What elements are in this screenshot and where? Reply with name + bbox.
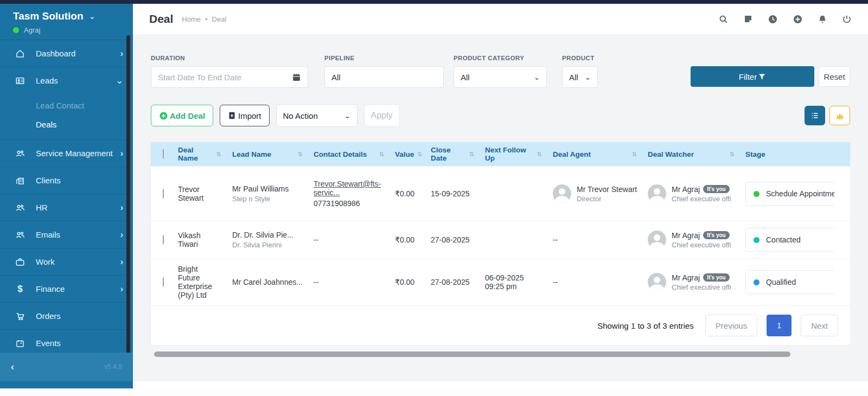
sidebar-item-finance[interactable]: $ Finance ›: [0, 276, 133, 303]
clock-icon[interactable]: [768, 14, 778, 24]
sidebar-item-label: Events: [36, 338, 123, 348]
sidebar-subitem-lead-contact[interactable]: Lead Contact: [36, 96, 133, 115]
column-deal-agent[interactable]: Deal Agent⇅: [547, 150, 642, 158]
product-value: All: [569, 73, 578, 82]
page-1-button[interactable]: 1: [767, 315, 792, 336]
deals-table: Deal Name⇅ Lead Name⇅ Contact Details⇅ V…: [151, 142, 850, 345]
chevron-down-icon: ⌄: [534, 73, 540, 81]
sidebar-item-service-management[interactable]: Service Management ›: [0, 140, 133, 167]
product-category-select[interactable]: All ⌄: [454, 66, 547, 88]
sidebar-item-emails[interactable]: Emails ›: [0, 221, 133, 248]
contact-details-cell: --: [308, 230, 390, 250]
chart-view-toggle[interactable]: [829, 106, 850, 125]
home-icon: [14, 49, 26, 59]
collapse-sidebar-icon[interactable]: ‹: [11, 361, 14, 373]
top-strip: [0, 0, 868, 4]
sidebar-item-label: Emails: [36, 230, 120, 239]
list-view-toggle[interactable]: [805, 106, 825, 125]
sidebar-item-dashboard[interactable]: Dashboard ›: [0, 40, 133, 67]
pipeline-select[interactable]: All: [324, 66, 444, 88]
row-checkbox[interactable]: [163, 189, 164, 199]
select-all-checkbox[interactable]: [163, 149, 164, 159]
notes-icon[interactable]: [743, 14, 753, 24]
column-stage[interactable]: Stage: [740, 150, 834, 158]
logout-icon[interactable]: [842, 14, 852, 24]
leads-icon: [14, 76, 26, 86]
sort-icon: ⇅: [379, 151, 384, 158]
table-row: Vikash Tiwari Dr. Dr. Silvia Pie... Dr. …: [151, 221, 850, 258]
deal-agent-cell: --: [547, 272, 642, 292]
sidebar-menu: Dashboard › Leads ⌄ Lead Contact Deals S…: [0, 40, 133, 384]
stage-dot: [754, 191, 760, 197]
add-deal-button[interactable]: Add Deal: [151, 105, 213, 126]
brand-name: Tasm Solution: [13, 10, 83, 22]
its-you-badge: It's you: [703, 231, 730, 239]
pipeline-label: PIPELINE: [324, 55, 444, 61]
scrollbar-thumb[interactable]: [154, 352, 790, 357]
funnel-icon: [758, 73, 766, 81]
contact-details-cell: --: [308, 272, 390, 292]
breadcrumb-home[interactable]: Home: [182, 15, 201, 23]
cart-icon: [14, 311, 26, 321]
product-select[interactable]: All ⌄: [562, 66, 598, 88]
deal-agent-cell: Mr Trevor Stewart Director: [547, 179, 642, 208]
column-lead-name[interactable]: Lead Name⇅: [227, 150, 308, 158]
row-checkbox[interactable]: [163, 277, 164, 287]
column-contact-details[interactable]: Contact Details⇅: [308, 150, 390, 158]
column-value[interactable]: Value⇅: [390, 150, 425, 158]
stage-label: Contacted: [766, 235, 801, 244]
its-you-badge: It's you: [703, 273, 730, 282]
sidebar-item-hr[interactable]: HR ›: [0, 194, 133, 221]
apply-button[interactable]: Apply: [364, 104, 400, 127]
email-link[interactable]: Trevor.Stewart@fts-servic...: [314, 180, 381, 197]
sidebar: Tasm Solution ⌄ Agraj Dashboard › Leads: [0, 4, 133, 388]
breadcrumb-current: Deal: [212, 15, 227, 23]
bulk-action-select[interactable]: No Action ⌄: [276, 104, 358, 127]
stage-select[interactable]: Qualified: [745, 270, 834, 294]
sort-icon: ⇅: [469, 151, 474, 158]
sidebar-scrollbar[interactable]: [126, 35, 130, 358]
stage-label: Qualified: [766, 278, 796, 286]
column-deal-watcher[interactable]: Deal Watcher⇅: [642, 150, 740, 158]
deal-watcher-cell: Mr AgrajIt's you Chief executive offi: [642, 179, 740, 208]
next-page-button[interactable]: Next: [801, 315, 838, 336]
calendar-icon: [14, 338, 26, 348]
sidebar-item-leads[interactable]: Leads ⌄: [0, 67, 133, 94]
previous-page-button[interactable]: Previous: [705, 315, 757, 336]
sidebar-item-orders[interactable]: Orders: [0, 303, 133, 330]
page-bottom-strip: [0, 388, 868, 396]
sidebar-subitem-deals[interactable]: Deals: [36, 115, 133, 134]
notifications-icon[interactable]: [818, 14, 827, 24]
page-header: Deal Home • Deal: [133, 4, 868, 34]
deal-name-cell: Bright Future Exterprise (Pty) Ltd: [173, 259, 227, 305]
import-button[interactable]: Import: [220, 105, 270, 126]
online-status-dot: [13, 27, 19, 33]
column-next-follow-up[interactable]: Next Follow Up⇅: [480, 146, 547, 162]
table-row: Bright Future Exterprise (Pty) Ltd Mr Ca…: [151, 258, 850, 305]
deal-name-cell: Trevor Stewart: [173, 180, 227, 208]
product-category-label: PRODUCT CATEGORY: [454, 55, 547, 61]
column-deal-name[interactable]: Deal Name⇅: [173, 146, 227, 162]
stage-select[interactable]: Contacted: [745, 228, 834, 252]
duration-group: DURATION Start Date To End Date: [151, 55, 308, 88]
file-upload-icon: [228, 111, 236, 120]
brand-selector[interactable]: Tasm Solution ⌄: [13, 10, 133, 22]
column-close-date[interactable]: Close Date⇅: [425, 146, 480, 162]
sidebar-item-clients[interactable]: Clients: [0, 167, 133, 194]
sort-icon: ⇅: [730, 151, 735, 158]
duration-input[interactable]: Start Date To End Date: [151, 66, 308, 88]
chevron-right-icon: ›: [120, 284, 123, 294]
filter-button[interactable]: Filter: [691, 66, 814, 87]
plus-circle-icon: [159, 111, 168, 120]
reset-button[interactable]: Reset: [819, 66, 850, 87]
add-icon[interactable]: [793, 14, 803, 24]
row-checkbox[interactable]: [163, 235, 164, 245]
contact-details-cell: Trevor.Stewart@fts-servic... 07731908986: [308, 174, 390, 213]
table-header-row: Deal Name⇅ Lead Name⇅ Contact Details⇅ V…: [151, 142, 850, 166]
stage-label: Schedule Appointment: [766, 189, 834, 198]
stage-select[interactable]: Schedule Appointment: [745, 182, 834, 206]
sidebar-item-work[interactable]: Work ›: [0, 248, 133, 276]
search-icon[interactable]: [718, 14, 729, 24]
import-label: Import: [238, 111, 261, 120]
value-cell: ₹0.00: [390, 272, 425, 292]
